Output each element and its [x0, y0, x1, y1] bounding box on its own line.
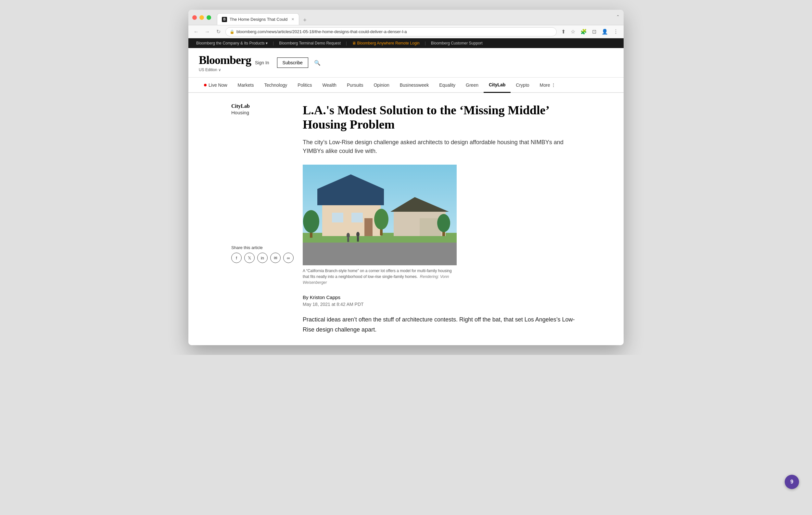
svg-rect-19 [347, 238, 349, 242]
tab-title: The Home Designs That Could [230, 17, 287, 22]
traffic-light-yellow[interactable] [199, 15, 204, 20]
traffic-light-red[interactable] [192, 15, 197, 20]
svg-rect-22 [303, 252, 457, 265]
utility-link-terminal[interactable]: Bloomberg Terminal Demo Request [279, 41, 341, 46]
utility-link-anywhere[interactable]: 🖥 Bloomberg Anywhere Remote Login [352, 41, 419, 46]
forward-button[interactable]: → [203, 28, 211, 36]
utility-bar: Bloomberg the Company & Its Products ▾ |… [188, 38, 624, 48]
bookmark-button[interactable]: ☆ [569, 27, 577, 36]
tab-favicon: B [222, 17, 227, 22]
share-section: Share this article f 𝕏 in ✉ ∞ [231, 245, 296, 263]
extensions-button[interactable]: 🧩 [579, 27, 588, 36]
svg-rect-6 [332, 213, 343, 222]
svg-point-13 [303, 210, 319, 233]
nav-item-wealth[interactable]: Wealth [317, 78, 342, 92]
share-twitter-button[interactable]: 𝕏 [244, 253, 255, 263]
svg-marker-4 [317, 189, 384, 205]
back-button[interactable]: ← [192, 28, 200, 36]
site-header: Bloomberg US Edition ∨ Sign In Subscribe… [188, 48, 624, 78]
svg-point-18 [347, 233, 350, 238]
profile-button[interactable]: 👤 [600, 27, 609, 36]
menu-button[interactable]: ⋮ [612, 27, 620, 36]
nav-item-opinion[interactable]: Opinion [368, 78, 394, 92]
url-bar[interactable]: 🔒 bloomberg.com/news/articles/2021-05-18… [225, 27, 557, 36]
share-facebook-button[interactable]: f [231, 253, 242, 263]
sign-in-button[interactable]: Sign In [251, 58, 273, 67]
svg-rect-7 [351, 213, 363, 222]
image-caption: A “California Branch-style home” on a co… [303, 268, 457, 285]
live-now-label: Live Now [208, 83, 227, 88]
more-dots-icon: ⋮ [551, 83, 556, 88]
article-image-wrap: A “California Branch-style home” on a co… [303, 164, 581, 285]
svg-point-20 [356, 232, 359, 237]
nav-item-businessweek[interactable]: Businessweek [395, 78, 434, 92]
utility-link-support[interactable]: Bloomberg Customer Support [431, 41, 483, 46]
lock-icon: 🔒 [230, 30, 234, 34]
author-name[interactable]: By Kriston Capps [303, 295, 340, 300]
nav-item-green[interactable]: Green [461, 78, 484, 92]
url-text: bloomberg.com/news/articles/2021-05-18/t… [236, 29, 407, 34]
split-view-button[interactable]: ⊡ [591, 27, 598, 36]
share-email-button[interactable]: ✉ [270, 253, 281, 263]
window-controls: ⌃ [616, 14, 620, 19]
svg-point-15 [374, 209, 388, 230]
bloomberg-logo[interactable]: Bloomberg [199, 53, 251, 67]
utility-link-company[interactable]: Bloomberg the Company & Its Products ▾ [196, 41, 268, 46]
sidebar-section-sub[interactable]: Housing [231, 110, 296, 115]
nav-item-pursuits[interactable]: Pursuits [342, 78, 369, 92]
sidebar-section: CityLab Housing [231, 103, 296, 115]
tab-close-button[interactable]: ✕ [291, 17, 294, 22]
nav-item-citylab[interactable]: CityLab [484, 78, 511, 93]
nav-item-crypto[interactable]: Crypto [511, 78, 534, 92]
browser-tab[interactable]: B The Home Designs That Could ✕ [217, 13, 299, 25]
subscribe-button[interactable]: Subscribe [277, 58, 308, 68]
nav-item-markets[interactable]: Markets [233, 78, 259, 92]
edition-selector[interactable]: US Edition ∨ [199, 67, 251, 72]
article-image [303, 164, 457, 265]
article-sidebar: CityLab Housing Share this article f 𝕏 i… [231, 103, 296, 335]
nav-item-more[interactable]: More ⋮ [534, 78, 561, 92]
article-title: L.A.'s Modest Solution to the ‘Missing M… [303, 103, 581, 131]
svg-rect-8 [365, 218, 373, 236]
svg-point-17 [437, 214, 450, 232]
article-subtitle: The city’s Low-Rise design challenge ask… [303, 138, 581, 155]
main-navigation: Live Now Markets Technology Politics Wea… [188, 78, 624, 93]
nav-item-technology[interactable]: Technology [259, 78, 292, 92]
article-date: May 18, 2021 at 8:42 AM PDT [303, 302, 581, 307]
nav-item-politics[interactable]: Politics [292, 78, 317, 92]
share-link-button[interactable]: ∞ [283, 253, 294, 263]
live-indicator-dot [204, 84, 207, 86]
sidebar-section-title[interactable]: CityLab [231, 103, 296, 109]
share-linkedin-button[interactable]: in [257, 253, 268, 263]
search-button[interactable]: 🔍 [312, 58, 322, 68]
article-main: L.A.'s Modest Solution to the ‘Missing M… [296, 103, 581, 335]
share-label: Share this article [231, 245, 296, 250]
nav-item-equality[interactable]: Equality [434, 78, 461, 92]
author-link[interactable]: Kriston Capps [310, 295, 340, 300]
new-tab-button[interactable]: + [300, 17, 309, 24]
article-byline: By Kriston Capps [303, 295, 581, 300]
svg-rect-21 [357, 237, 359, 242]
nav-item-live-now[interactable]: Live Now [199, 78, 233, 92]
refresh-button[interactable]: ↻ [214, 28, 222, 36]
article-body: Practical ideas aren’t often the stuff o… [303, 315, 581, 334]
share-browser-button[interactable]: ⬆ [560, 27, 567, 36]
traffic-light-green[interactable] [207, 15, 211, 20]
